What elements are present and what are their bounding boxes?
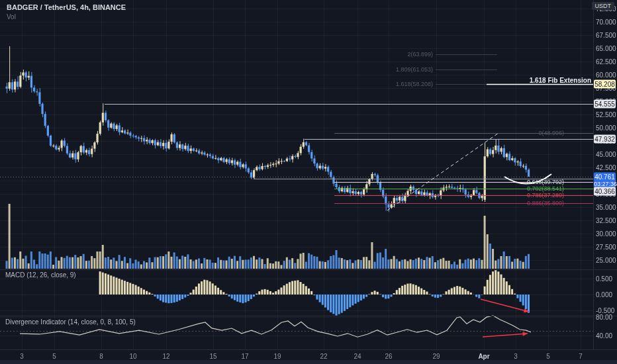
bottom-toolbar-strip <box>0 360 617 364</box>
price-axis-tick[interactable]: 25.000 <box>596 257 616 264</box>
time-axis-tick[interactable]: 8 <box>99 353 103 360</box>
divergence-axis-tick[interactable]: 80.00 <box>596 314 612 321</box>
symbol-title[interactable]: BADGER / TetherUS, 4h, BINANCE <box>7 3 126 11</box>
time-axis-tick[interactable]: 5 <box>546 353 550 360</box>
macd-legend[interactable]: MACD (12, 26, close, 9) <box>5 271 76 279</box>
divergence-legend[interactable]: Divergence Indicator (14, close, 0, 8, 1… <box>5 318 136 326</box>
chart-canvas[interactable] <box>0 0 617 364</box>
time-axis-tick[interactable]: 3 <box>20 353 24 360</box>
time-axis-tick[interactable]: 15 <box>209 353 216 360</box>
time-axis-tick[interactable]: Apr <box>478 353 489 360</box>
price-axis-tick[interactable]: 70.000 <box>596 19 616 26</box>
chart-window: BADGER / TetherUS, 4h, BINANCE Vol MACD … <box>0 0 617 364</box>
macd-axis-tick[interactable]: 0.500 <box>596 275 612 283</box>
time-axis-tick[interactable]: 26 <box>385 353 392 360</box>
fib-extension-level-label: 2(63.899) <box>407 51 433 58</box>
time-axis-tick[interactable]: 17 <box>241 353 248 360</box>
price-label-47.932: 47.932 <box>594 134 616 143</box>
macd-axis-tick[interactable]: 0.000 <box>596 291 612 298</box>
price-axis-tick[interactable]: 27.500 <box>596 244 616 251</box>
fib-retracement-level-label: 0.786(37.289) <box>527 192 564 199</box>
divergence-axis-tick[interactable]: 40.00 <box>596 332 612 340</box>
time-axis-tick[interactable]: 5 <box>52 353 56 360</box>
price-label-40.366: 40.366 <box>594 187 616 196</box>
price-axis-tick[interactable]: 52.500 <box>596 111 616 118</box>
currency-button[interactable]: USDT <box>592 2 615 10</box>
time-axis-tick[interactable]: 7 <box>579 353 583 360</box>
price-axis-tick[interactable]: 45.000 <box>596 151 616 158</box>
fib-retracement-level-label: 0.618(39.792) <box>527 179 564 185</box>
fib-extension-level-label: 1.618(58.208) <box>396 81 433 87</box>
price-label-54.555: 54.555 <box>594 99 616 108</box>
time-axis-tick[interactable]: 22 <box>320 353 327 360</box>
chart-legend: BADGER / TetherUS, 4h, BINANCE Vol <box>7 3 126 21</box>
fib-retracement-level-label: 0.702(38.541) <box>527 185 564 192</box>
fib-retracement-level-label: 0.886(35.800) <box>527 200 564 206</box>
time-axis-tick[interactable]: 19 <box>273 353 281 360</box>
price-axis-tick[interactable]: 60.000 <box>596 71 616 79</box>
time-axis-tick[interactable]: 24 <box>354 353 361 360</box>
fib-extension-level-label: 1.809(61.053) <box>396 66 433 73</box>
price-axis-tick[interactable]: 67.500 <box>596 32 616 39</box>
fib-retracement-level-label: 0(48.996) <box>538 130 564 136</box>
price-axis-tick[interactable]: 32.500 <box>596 217 616 224</box>
price-axis-tick[interactable]: 62.500 <box>596 58 616 66</box>
price-axis-tick[interactable]: 65.000 <box>596 45 616 52</box>
volume-legend[interactable]: Vol <box>7 13 126 21</box>
price-label-58.208: 58.208 <box>594 80 616 89</box>
price-axis-tick[interactable]: 42.500 <box>596 164 616 171</box>
time-axis-tick[interactable]: 3 <box>514 353 518 360</box>
price-axis-tick[interactable]: 35.000 <box>596 204 616 211</box>
time-axis-tick[interactable]: 10 <box>129 353 136 360</box>
price-axis-tick[interactable]: 50.000 <box>596 124 616 132</box>
fib-extension-title[interactable]: 1.618 Fib Extension <box>530 77 591 84</box>
time-axis-tick[interactable]: 29 <box>432 353 440 360</box>
price-axis-tick[interactable]: 30.000 <box>596 230 616 238</box>
time-axis-tick[interactable]: 12 <box>162 353 169 360</box>
